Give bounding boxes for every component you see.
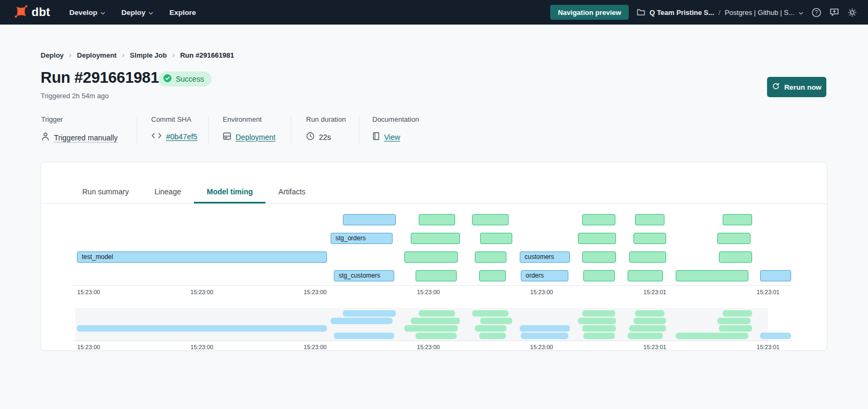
breadcrumb-run: Run #291661981 [180, 51, 234, 59]
nav-menu-label: Develop [69, 9, 98, 17]
minimap-bar [479, 333, 506, 339]
project-selector[interactable]: Q Team Pristine S... / Postgres | Github… [637, 7, 803, 17]
feedback-icon[interactable] [830, 7, 839, 17]
gantt-bar[interactable] [628, 270, 663, 281]
breadcrumb-job[interactable]: SImple Job [130, 51, 167, 59]
gantt-bar[interactable]: stg_orders [331, 233, 393, 244]
rerun-button-label: Rerun now [784, 83, 822, 91]
gantt-bar[interactable] [760, 270, 791, 281]
axis-tick-label: 15:23:01 [749, 289, 787, 295]
commit-sha-link[interactable]: #0b47ef5 [166, 132, 197, 141]
gantt-bar[interactable] [582, 214, 615, 225]
axis-tick-label: 15:23:00 [523, 344, 560, 350]
minimap-bar [334, 333, 394, 339]
gantt-bar[interactable] [343, 214, 396, 225]
axis-tick-label: 15:23:00 [183, 344, 221, 350]
tab-bar: Run summary Lineage Model timing Artifac… [41, 162, 827, 204]
gantt-bar[interactable] [634, 233, 666, 244]
gantt-bar[interactable] [717, 233, 750, 244]
gantt-axis-line [73, 285, 793, 286]
nav-menu-deploy[interactable]: Deploy [121, 9, 153, 17]
nav-menu-label: Explore [169, 9, 196, 17]
info-label: Run duration [306, 115, 346, 123]
minimap-bar [719, 325, 752, 332]
minimap-bar [635, 310, 664, 317]
minimap-bar [582, 310, 615, 317]
gantt-bar[interactable] [583, 270, 615, 281]
minimap-bar [582, 325, 616, 332]
environment-link[interactable]: Deployment [236, 133, 276, 141]
navigation-preview-button[interactable]: Navigation preview [550, 5, 628, 20]
gantt-bar[interactable]: customers [520, 251, 570, 263]
tab-model-timing[interactable]: Model timing [194, 162, 265, 203]
gantt-bar[interactable] [475, 251, 506, 263]
gantt-bar[interactable] [404, 251, 458, 263]
minimap-bar [343, 310, 396, 317]
gantt-minimap[interactable] [75, 308, 768, 341]
breadcrumb-deployment[interactable]: Deployment [77, 51, 116, 59]
axis-tick-label: 15:23:00 [410, 344, 447, 350]
nav-menu-develop[interactable]: Develop [69, 9, 106, 17]
divider [291, 116, 291, 144]
info-label: Documentation [372, 115, 419, 123]
info-col-duration: Run duration 22s [306, 115, 346, 123]
nav-menu-explore[interactable]: Explore [169, 9, 196, 17]
project-name: Q Team Pristine S... [650, 9, 714, 17]
duration-value: 22s [319, 133, 331, 141]
trigger-value: Triggered manually [54, 133, 118, 142]
gantt-bar[interactable] [723, 214, 752, 225]
axis-tick-label: 15:23:00 [183, 289, 221, 295]
gantt-bar[interactable] [411, 233, 460, 244]
gantt-bar[interactable]: orders [521, 270, 568, 281]
minimap-bar [578, 318, 616, 324]
gantt-bar[interactable] [578, 233, 616, 244]
breadcrumb-separator: › [172, 51, 175, 59]
help-icon[interactable]: ? [811, 7, 822, 18]
chevron-down-icon [799, 7, 803, 17]
tab-run-summary[interactable]: Run summary [69, 162, 142, 203]
settings-gear-icon[interactable] [847, 7, 857, 18]
documentation-view-link[interactable]: View [384, 133, 400, 141]
gantt-bar[interactable]: stg_customers [334, 270, 394, 281]
axis-tick-label: 15:23:00 [70, 344, 107, 350]
axis-tick-label: 15:23:00 [410, 289, 447, 295]
model-timing-gantt: stg_orderstest_modelcustomersstg_custome… [41, 204, 827, 285]
tab-artifacts[interactable]: Artifacts [265, 162, 318, 203]
gantt-bar[interactable] [629, 251, 666, 263]
gantt-bar[interactable] [472, 214, 509, 225]
gantt-bar[interactable]: test_model [77, 251, 327, 263]
axis-tick-label: 15:23:00 [70, 289, 107, 295]
minimap-bar [629, 325, 666, 332]
tab-lineage[interactable]: Lineage [142, 162, 194, 203]
gantt-bar[interactable] [416, 270, 457, 281]
breadcrumb-deploy[interactable]: Deploy [41, 51, 64, 59]
gantt-bar[interactable] [480, 233, 512, 244]
run-info-row: Trigger Triggered manually Commit SHA #0… [41, 115, 441, 145]
minimap-bar [480, 318, 512, 324]
environment-name: Postgres | Github | S... [725, 9, 794, 17]
gantt-bar[interactable] [676, 270, 748, 281]
info-label: Trigger [41, 115, 63, 123]
dbt-logo-icon [14, 4, 28, 21]
gantt-bar[interactable] [719, 251, 752, 263]
gantt-bar[interactable] [582, 251, 616, 263]
minimap-bar [77, 325, 327, 332]
minimap-bar [717, 318, 750, 324]
minimap-bar [583, 333, 615, 339]
breadcrumb-separator: › [122, 51, 124, 59]
axis-tick-label: 15:23:00 [296, 289, 334, 295]
rerun-icon [772, 82, 780, 92]
gantt-bar[interactable] [635, 214, 664, 225]
minimap-bar [634, 318, 666, 324]
gantt-bar[interactable] [419, 214, 455, 225]
chevron-down-icon [148, 9, 153, 17]
gantt-bar[interactable] [479, 270, 506, 281]
svg-text:?: ? [815, 10, 818, 15]
minimap-bar [760, 333, 791, 339]
minimap-bar [419, 310, 455, 317]
dbt-logo[interactable]: dbt [14, 4, 50, 21]
minimap-bar [520, 325, 570, 332]
minimap-bar [411, 318, 460, 324]
minimap-bar [416, 333, 457, 339]
rerun-now-button[interactable]: Rerun now [767, 77, 826, 97]
